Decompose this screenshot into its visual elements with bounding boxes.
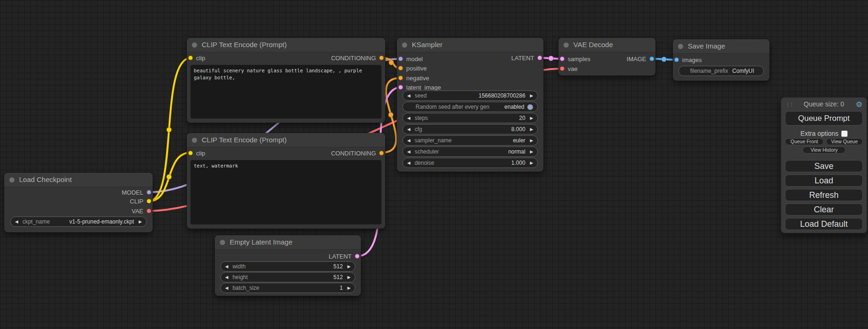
comfyui-canvas[interactable]: { "icons": { "arrow_left": "◀", "arrow_r… — [0, 0, 868, 329]
save-button[interactable]: Save — [785, 160, 863, 172]
widget-label: denoise — [415, 160, 511, 166]
input-port-latent-image[interactable]: latent_image — [398, 84, 441, 91]
vae-port-dot[interactable] — [560, 66, 565, 71]
height-widget[interactable]: ◀ height 512 ▶ — [220, 272, 355, 282]
node-titlebar[interactable]: CLIP Text Encode (Prompt) — [187, 38, 385, 52]
node-titlebar[interactable]: CLIP Text Encode (Prompt) — [187, 133, 385, 147]
steps-widget[interactable]: ◀ steps 20 ▶ — [402, 113, 538, 123]
latent-port-dot[interactable] — [398, 85, 403, 90]
increment-arrow-icon[interactable]: ▶ — [530, 127, 533, 132]
node-collapse-dot[interactable] — [9, 177, 14, 182]
decrement-arrow-icon[interactable]: ◀ — [407, 116, 410, 120]
node-collapse-dot[interactable] — [564, 42, 569, 48]
node-collapse-dot[interactable] — [192, 138, 197, 143]
toggle-enabled-icon[interactable] — [527, 104, 533, 110]
input-port-images[interactable]: images — [674, 56, 702, 63]
model-port-dot[interactable] — [147, 190, 151, 195]
image-port-dot[interactable] — [649, 56, 654, 61]
input-port-vae[interactable]: vae — [560, 65, 578, 72]
conditioning-port-dot[interactable] — [379, 151, 384, 155]
node-titlebar[interactable]: Empty Latent Image — [215, 235, 361, 250]
refresh-button[interactable]: Refresh — [785, 189, 863, 201]
output-port-latent[interactable]: LATENT — [511, 55, 542, 61]
vae-port-dot[interactable] — [147, 209, 151, 213]
node-titlebar[interactable]: Save Image — [673, 39, 769, 54]
view-history-button[interactable]: View History — [803, 147, 846, 154]
increment-arrow-icon[interactable]: ▶ — [530, 116, 533, 120]
negative-prompt-textarea[interactable]: text, watermark — [191, 160, 381, 224]
increment-arrow-icon[interactable]: ▶ — [530, 94, 533, 98]
decrement-arrow-icon[interactable]: ◀ — [407, 127, 410, 132]
decrement-arrow-icon[interactable]: ◀ — [15, 220, 18, 224]
output-port-clip[interactable]: CLIP — [130, 198, 151, 204]
clip-port-dot[interactable] — [188, 56, 193, 60]
seed-widget[interactable]: ◀ seed 156680208700286 ▶ — [402, 91, 538, 101]
queue-prompt-button[interactable]: Queue Prompt — [785, 111, 863, 126]
positive-prompt-textarea[interactable]: beautiful scenery nature glass bottle la… — [191, 65, 381, 119]
output-port-conditioning[interactable]: CONDITIONING — [331, 55, 384, 61]
output-port-model[interactable]: MODEL — [122, 189, 151, 196]
increment-arrow-icon[interactable]: ▶ — [347, 265, 351, 269]
input-port-model[interactable]: model — [398, 56, 423, 62]
node-title-text: Load Checkpoint — [19, 175, 72, 183]
output-port-image[interactable]: IMAGE — [627, 56, 654, 62]
ckpt-name-widget[interactable]: ◀ ckpt_name v1-5-pruned-emaonly.ckpt ▶ — [10, 217, 147, 227]
decrement-arrow-icon[interactable]: ◀ — [407, 94, 410, 98]
load-button[interactable]: Load — [785, 175, 863, 187]
clear-button[interactable]: Clear — [785, 203, 863, 216]
latent-port-dot[interactable] — [355, 254, 360, 259]
node-save-image: Save Image images filename_prefix ComfyU… — [673, 39, 769, 81]
view-queue-button[interactable]: View Queue — [826, 138, 863, 145]
denoise-widget[interactable]: ◀ denoise 1.000 ▶ — [402, 158, 538, 168]
input-port-negative[interactable]: negative — [398, 75, 429, 81]
input-port-clip[interactable]: clip — [188, 55, 205, 61]
cfg-widget[interactable]: ◀ cfg 8.000 ▶ — [402, 124, 538, 134]
node-collapse-dot[interactable] — [192, 42, 197, 48]
increment-arrow-icon[interactable]: ▶ — [347, 275, 351, 280]
input-port-positive[interactable]: positive — [398, 65, 427, 71]
latent-port-dot[interactable] — [537, 56, 542, 60]
output-port-latent[interactable]: LATENT — [329, 253, 360, 259]
widget-value: enabled — [504, 104, 524, 110]
queue-front-button[interactable]: Queue Front — [785, 138, 824, 145]
clip-port-dot[interactable] — [147, 199, 151, 203]
decrement-arrow-icon[interactable]: ◀ — [407, 150, 410, 154]
input-port-clip[interactable]: clip — [188, 150, 205, 156]
node-titlebar[interactable]: Load Checkpoint — [4, 173, 153, 187]
node-titlebar[interactable]: KSampler — [397, 38, 543, 52]
decrement-arrow-icon[interactable]: ◀ — [407, 139, 410, 143]
decrement-arrow-icon[interactable]: ◀ — [225, 275, 228, 280]
load-default-button[interactable]: Load Default — [785, 218, 863, 230]
drag-handle-icon[interactable]: ⋮⋮ — [785, 102, 793, 108]
increment-arrow-icon[interactable]: ▶ — [139, 220, 142, 224]
increment-arrow-icon[interactable]: ▶ — [347, 286, 351, 290]
clip-port-dot[interactable] — [188, 151, 193, 155]
input-port-samples[interactable]: samples — [560, 56, 590, 62]
sampler-name-widget[interactable]: ◀ sampler_name euler ▶ — [402, 135, 538, 146]
node-collapse-dot[interactable] — [220, 240, 225, 245]
gear-icon[interactable]: ⚙ — [856, 100, 862, 109]
filename-prefix-widget[interactable]: filename_prefix ComfyUI — [678, 66, 764, 76]
output-port-conditioning[interactable]: CONDITIONING — [331, 150, 384, 156]
model-port-dot[interactable] — [398, 56, 403, 61]
batch-size-widget[interactable]: ◀ batch_size 1 ▶ — [220, 283, 355, 293]
conditioning-port-dot[interactable] — [379, 56, 384, 60]
decrement-arrow-icon[interactable]: ◀ — [407, 161, 410, 165]
image-port-dot[interactable] — [674, 57, 679, 62]
conditioning-port-dot[interactable] — [398, 66, 403, 70]
increment-arrow-icon[interactable]: ▶ — [530, 139, 533, 143]
increment-arrow-icon[interactable]: ▶ — [530, 161, 533, 165]
node-titlebar[interactable]: VAE Decode — [558, 38, 656, 52]
increment-arrow-icon[interactable]: ▶ — [530, 150, 533, 154]
scheduler-widget[interactable]: ◀ scheduler normal ▶ — [402, 147, 538, 157]
decrement-arrow-icon[interactable]: ◀ — [225, 265, 228, 269]
decrement-arrow-icon[interactable]: ◀ — [225, 286, 228, 290]
extra-options-checkbox[interactable] — [841, 131, 847, 137]
output-port-vae[interactable]: VAE — [132, 208, 151, 214]
node-collapse-dot[interactable] — [402, 42, 407, 48]
latent-port-dot[interactable] — [560, 56, 565, 61]
node-collapse-dot[interactable] — [678, 44, 683, 49]
conditioning-port-dot[interactable] — [398, 76, 403, 80]
random-seed-toggle-widget[interactable]: Random seed after every gen enabled — [402, 102, 538, 112]
width-widget[interactable]: ◀ width 512 ▶ — [220, 261, 355, 272]
